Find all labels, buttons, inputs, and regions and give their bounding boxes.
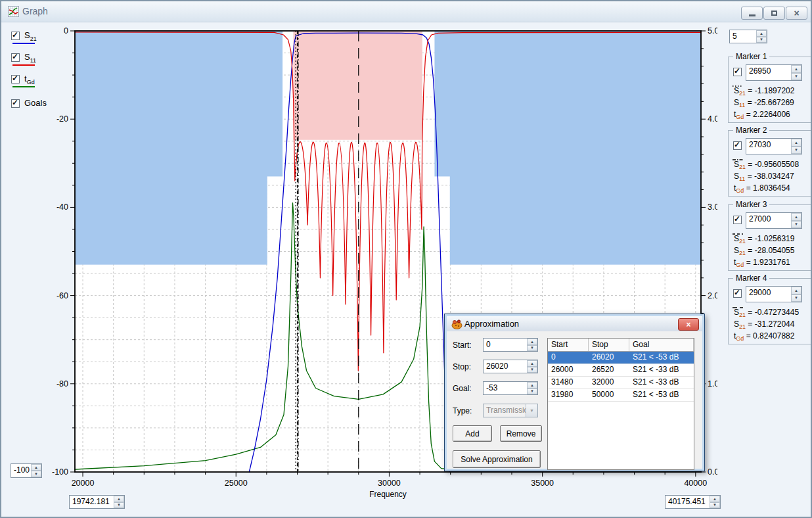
column-header-start[interactable]: Start: [548, 339, 589, 351]
spin-up-icon[interactable]: ▲: [31, 464, 41, 471]
spin-down-icon[interactable]: ▼: [791, 147, 801, 154]
spin-down-icon[interactable]: ▼: [114, 502, 124, 509]
legend-checkbox-s21[interactable]: ✓: [11, 32, 20, 40]
marker-1-value-tgd: tGd = 2.2264006: [734, 110, 790, 120]
spin-up-icon[interactable]: ▲: [710, 496, 720, 502]
goal-input[interactable]: -53▲▼: [483, 381, 538, 395]
check-icon: ✓: [734, 288, 740, 297]
marker-1-frequency-spinner[interactable]: 26950▲▼: [746, 64, 802, 81]
marker-3-checkbox[interactable]: ✓: [733, 216, 742, 224]
svg-text:-40: -40: [56, 202, 68, 212]
goals-table[interactable]: StartStopGoal026020S21 < -53 dB260002652…: [547, 338, 694, 470]
marker-2-checkbox[interactable]: ✓: [733, 141, 742, 150]
start-input[interactable]: 0▲▼: [483, 338, 538, 352]
goal-input-value: -53: [484, 382, 527, 394]
marker-1-panel: Marker 1✓26950▲▼S21 = -1.1897202S11 = -2…: [728, 57, 811, 123]
legend-checkbox-tgd[interactable]: ✓: [11, 75, 20, 83]
dialog-title: Approximation: [464, 319, 519, 329]
field-label-goal: Goal:: [453, 384, 472, 393]
marker-4-value-s21: S21 = -0.47273445: [734, 308, 799, 318]
svg-text:-20: -20: [56, 114, 68, 124]
legend-checkbox-s11[interactable]: ✓: [11, 53, 20, 62]
legend-checkbox-goals[interactable]: ✓: [11, 99, 20, 108]
dialog-titlebar[interactable]: Approximation ×: [447, 316, 702, 332]
spin-down-icon[interactable]: ▼: [756, 37, 767, 43]
spin-up-icon[interactable]: ▲: [791, 65, 801, 73]
marker-4-title: Marker 4: [733, 273, 769, 283]
spin-up-icon[interactable]: ▲: [756, 30, 767, 37]
chevron-down-icon: ▼: [526, 404, 537, 417]
spin-down-icon[interactable]: ▼: [791, 294, 801, 302]
marker-4-checkbox[interactable]: ✓: [733, 289, 742, 298]
goal-row-2[interactable]: 2600026520S21 < -33 dB: [548, 364, 694, 377]
points-spinner[interactable]: 5▲▼: [729, 30, 767, 43]
x-axis-stop-spinner[interactable]: 40175.451▲▼: [665, 495, 721, 509]
spin-up-icon[interactable]: ▲: [791, 213, 801, 221]
column-header-stop[interactable]: Stop: [589, 339, 629, 351]
minimize-button[interactable]: [741, 7, 763, 20]
spin-down-icon[interactable]: ▼: [527, 345, 537, 352]
window-title: Graph: [22, 6, 48, 16]
x-axis-stop-spinner-value: 40175.451: [665, 496, 710, 508]
close-button[interactable]: ×: [786, 7, 807, 20]
add-button[interactable]: Add: [453, 425, 492, 442]
legend-label-tgd: tGd: [24, 74, 35, 85]
goal-row-1[interactable]: 026020S21 < -53 dB: [548, 352, 694, 364]
graph-window: Graph × ✓S21✓S11✓tGd✓Goals 2000025000300…: [0, 0, 812, 518]
maximize-button[interactable]: [763, 7, 785, 20]
spin-up-icon[interactable]: ▲: [527, 382, 537, 388]
svg-text:4.0: 4.0: [708, 114, 717, 124]
spin-up-icon[interactable]: ▲: [527, 360, 537, 367]
spin-up-icon[interactable]: ▲: [791, 139, 801, 147]
minimize-icon: [749, 14, 756, 16]
close-icon: ×: [686, 321, 690, 329]
dialog-close-button[interactable]: ×: [678, 318, 699, 331]
legend-label-goals: Goals: [24, 98, 47, 108]
x-axis-start-spinner[interactable]: 19742.181▲▼: [69, 495, 125, 509]
x-axis-start-spinner-value: 19742.181: [70, 496, 114, 508]
spin-down-icon[interactable]: ▼: [710, 502, 720, 509]
check-icon: ✓: [734, 140, 740, 149]
marker-4-frequency-spinner[interactable]: 29000▲▼: [746, 286, 802, 302]
svg-text:-60: -60: [56, 291, 68, 300]
svg-text:3.0: 3.0: [708, 202, 717, 212]
marker-2-value-s21: S21 = -0.95605508: [734, 160, 799, 170]
svg-text:-100: -100: [52, 467, 68, 477]
stop-input-value: 26020: [484, 360, 527, 373]
spin-up-icon[interactable]: ▲: [791, 287, 801, 294]
marker-2-frequency-spinner[interactable]: 27030▲▼: [746, 138, 802, 154]
goal-row-3[interactable]: 3148032000S21 < -33 dB: [548, 377, 694, 389]
points-spinner-value: 5: [730, 30, 756, 43]
legend-label-s11: S11: [24, 52, 36, 64]
spin-down-icon[interactable]: ▼: [791, 221, 801, 229]
marker-2-value-tgd: tGd = 1.8036454: [734, 183, 790, 194]
marker-3-panel: Marker 3✓27000▲▼S21 = -1.0256319S21 = -2…: [728, 204, 811, 271]
marker-3-frequency-spinner[interactable]: 27000▲▼: [746, 212, 802, 229]
solve-approximation-button[interactable]: Solve Approximation: [453, 450, 541, 468]
spin-up-icon[interactable]: ▲: [527, 339, 537, 345]
approximation-dialog: Approximation × Start:0▲▼Stop:26020▲▼Goa…: [444, 314, 705, 471]
spin-down-icon[interactable]: ▼: [527, 388, 537, 395]
y-axis-min-spinner[interactable]: -100▲▼: [11, 463, 42, 478]
spin-down-icon[interactable]: ▼: [527, 367, 537, 373]
close-icon: ×: [794, 9, 799, 18]
window-titlebar[interactable]: Graph ×: [1, 1, 811, 22]
maximize-icon: [771, 11, 777, 16]
check-icon: ✓: [734, 214, 740, 224]
marker-4-value-s21: S21 = -31.272044: [734, 319, 794, 330]
spin-up-icon[interactable]: ▲: [114, 496, 124, 502]
legend-label-s21: S21: [24, 30, 37, 42]
remove-button[interactable]: Remove: [500, 425, 542, 442]
marker-1-checkbox[interactable]: ✓: [733, 68, 742, 76]
stop-input[interactable]: 26020▲▼: [483, 360, 538, 373]
goal-row-4[interactable]: 3198050000S21 < -53 dB: [548, 389, 694, 402]
type-dropdown[interactable]: Transmission ▼: [483, 404, 538, 417]
svg-text:35000: 35000: [531, 479, 554, 488]
marker-3-title: Marker 3: [733, 200, 769, 209]
spin-down-icon[interactable]: ▼: [31, 471, 41, 477]
spin-down-icon[interactable]: ▼: [791, 73, 801, 81]
marker-1-value-s11: S11 = -25.667269: [734, 98, 794, 108]
legend-colorline-s21: [12, 43, 35, 44]
marker-3-frequency-spinner-value: 27000: [746, 213, 791, 228]
column-header-goal[interactable]: Goal: [629, 339, 694, 351]
